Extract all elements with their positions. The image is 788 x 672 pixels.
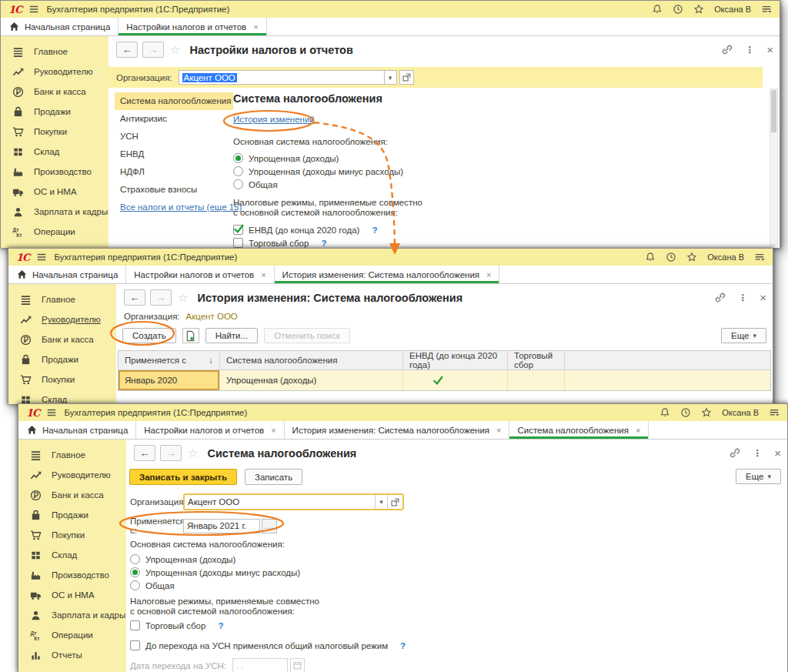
forward-button[interactable]: → [160, 445, 182, 461]
history-clock-icon[interactable] [680, 407, 691, 418]
checkbox-icon[interactable] [233, 238, 243, 248]
favorite-star-icon[interactable]: ☆ [170, 43, 180, 57]
checkbox-option[interactable]: До перехода на УСН применялся общий нало… [130, 639, 406, 652]
sidebar-item-cart[interactable]: Покупки [18, 525, 126, 545]
tab-history[interactable]: История изменения: Система налогообложен… [285, 421, 510, 439]
radio-option[interactable]: Упрощенная (доходы) [130, 553, 300, 566]
more-button[interactable]: Еще ▾ [721, 328, 766, 343]
checkbox-option[interactable]: Торговый сбор? [130, 619, 223, 632]
back-button[interactable]: ← [124, 289, 145, 306]
radio-icon[interactable] [233, 179, 243, 189]
tab-close-icon[interactable]: × [486, 270, 491, 279]
applies-from-field[interactable]: Январь 2021 г. [183, 519, 260, 533]
sidebar-item-trend[interactable]: Руководителю [8, 309, 116, 329]
get-link-icon[interactable] [721, 44, 733, 55]
open-organization-button[interactable] [399, 70, 414, 85]
find-button[interactable]: Найти... [205, 328, 258, 343]
history-clock-icon[interactable] [673, 4, 683, 15]
user-menu-icon[interactable] [769, 407, 780, 418]
radio-selected-icon[interactable] [130, 567, 140, 577]
sidebar-item-menu-lines[interactable]: Главное [1, 42, 109, 62]
sidebar-item-bag[interactable]: Продажи [1, 102, 109, 122]
favorites-star-icon[interactable] [686, 252, 697, 262]
radio-option[interactable]: Упрощенная (доходы) [233, 152, 752, 165]
checkbox-checked-icon[interactable] [233, 225, 243, 235]
tab-history[interactable]: История изменения: Система налогообложен… [275, 266, 500, 283]
notifications-bell-icon[interactable] [652, 4, 663, 15]
sidebar-item-trend[interactable]: Руководителю [18, 465, 126, 485]
close-form-icon[interactable]: × [766, 43, 773, 56]
tab-settings[interactable]: Настройки налогов и отчетов× [136, 421, 284, 439]
sidebar-item-cart[interactable]: Покупки [1, 122, 109, 142]
tab-home[interactable]: Начальная страница [8, 266, 126, 283]
help-icon[interactable]: ? [218, 621, 223, 630]
sidebar-item-grid[interactable]: Склад [1, 142, 109, 162]
tab-home[interactable]: Начальная страница [18, 421, 136, 439]
user-name[interactable]: Оксана В [714, 5, 751, 14]
user-name[interactable]: Оксана В [707, 252, 744, 262]
sidebar-item-menu-lines[interactable]: Главное [8, 289, 116, 309]
notifications-bell-icon[interactable] [645, 252, 656, 262]
tab-close-icon[interactable]: × [496, 426, 501, 435]
radio-selected-icon[interactable] [233, 153, 243, 163]
sidebar-item-ruble-circle[interactable]: Банк и касса [8, 329, 116, 349]
sidebar-item-bag[interactable]: Продажи [8, 349, 116, 369]
settings-section-item[interactable]: Страховые взносы [115, 181, 233, 199]
sidebar-item-truck[interactable]: ОС и НМА [1, 182, 109, 202]
checkbox-option[interactable]: ЕНВД (до конца 2020 года)? [233, 223, 752, 236]
more-menu-icon[interactable]: ⋮ [745, 45, 754, 55]
checkbox-icon[interactable] [130, 620, 140, 630]
table-cell[interactable] [565, 370, 770, 390]
all-taxes-link[interactable]: Все налоги и отчеты (еще 15) [115, 199, 233, 216]
settings-section-item[interactable]: НДФЛ [115, 163, 233, 181]
help-icon[interactable]: ? [400, 641, 406, 650]
sidebar-item-person[interactable]: Зарплата и кадры [1, 202, 109, 222]
tab-settings[interactable]: Настройки налогов и отчетов× [119, 18, 266, 35]
user-menu-icon[interactable] [754, 252, 765, 262]
tab-home[interactable]: Начальная страница [1, 18, 119, 35]
get-link-icon[interactable] [714, 292, 726, 303]
dropdown-button[interactable]: ▾ [376, 495, 388, 509]
help-icon[interactable]: ? [321, 239, 326, 248]
main-menu-icon[interactable] [28, 4, 39, 15]
sidebar-item-bar-chart[interactable]: Отчеты [18, 645, 126, 665]
forward-button[interactable]: → [142, 42, 164, 58]
column-header[interactable]: Применяется с↓ [119, 351, 220, 369]
column-header[interactable]: Торговый сбор [508, 351, 565, 369]
main-menu-icon[interactable] [46, 407, 57, 418]
favorites-star-icon[interactable] [701, 407, 712, 418]
radio-option[interactable]: Общая [130, 579, 300, 592]
sidebar-item-ruble-circle[interactable]: Банк и касса [1, 82, 109, 102]
back-button[interactable]: ← [116, 42, 138, 58]
settings-section-item[interactable]: Антикризис [115, 110, 233, 128]
organization-field[interactable]: Акцент ООО [185, 495, 376, 509]
settings-section-item[interactable]: ЕНВД [115, 145, 233, 163]
tab-close-icon[interactable]: × [636, 426, 640, 435]
tab-close-icon[interactable]: × [261, 270, 265, 279]
settings-section-item[interactable]: Система налогообложения [115, 92, 233, 110]
open-organization-button[interactable] [388, 495, 402, 509]
forward-button[interactable]: → [150, 289, 172, 306]
settings-section-item[interactable]: УСН [115, 128, 233, 145]
sidebar-item-cart[interactable]: Покупки [8, 369, 116, 389]
dropdown-button[interactable]: ▾ [385, 70, 397, 85]
table-cell[interactable]: Упрощенная (доходы) [220, 370, 403, 390]
table-row[interactable]: Январь 2020Упрощенная (доходы) [119, 370, 770, 390]
sidebar-item-factory[interactable]: Производство [18, 565, 126, 585]
favorite-star-icon[interactable]: ☆ [178, 291, 188, 305]
sidebar-item-factory[interactable]: Производство [1, 162, 109, 182]
sidebar-item-dtkt[interactable]: ДтКтОперации [1, 222, 109, 242]
radio-option[interactable]: Упрощенная (доходы минус расходы) [130, 566, 300, 579]
table-cell[interactable] [508, 370, 565, 390]
sidebar-item-person[interactable]: Зарплата и кадры [18, 605, 126, 625]
back-button[interactable]: ← [134, 445, 155, 461]
create-copy-button[interactable] [182, 328, 199, 343]
history-clock-icon[interactable] [666, 252, 676, 262]
user-name[interactable]: Оксана В [722, 408, 759, 417]
organization-field[interactable]: Акцент ООО [179, 70, 385, 85]
sidebar-item-bag[interactable]: Продажи [18, 505, 126, 525]
sidebar-item-trend[interactable]: Руководителю [1, 62, 109, 82]
column-header[interactable]: Система налогообложения [220, 351, 403, 369]
choose-period-button[interactable]: ... [262, 519, 277, 533]
sidebar-item-ruble-circle[interactable]: Банк и касса [18, 485, 126, 505]
